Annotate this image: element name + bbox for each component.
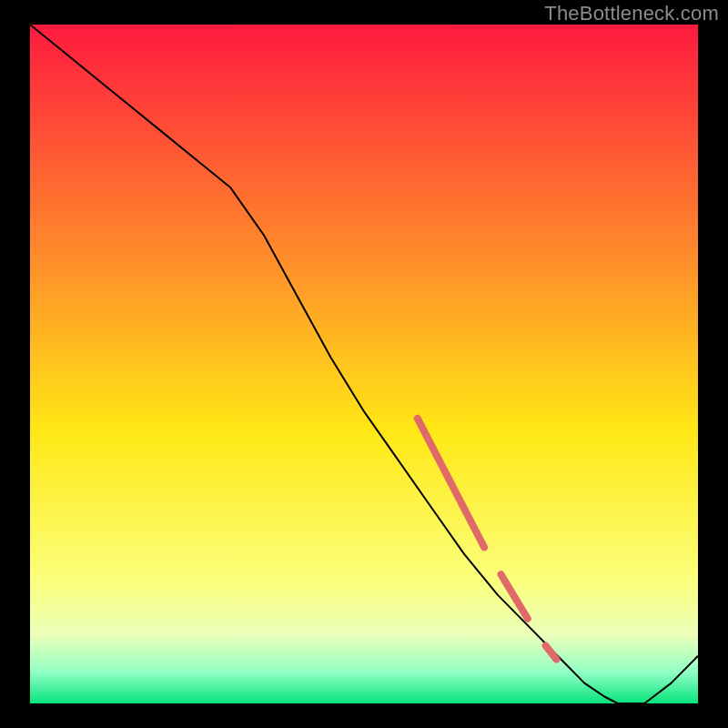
watermark-label: TheBottleneck.com: [544, 2, 719, 25]
chart-root: TheBottleneck.com: [0, 0, 728, 728]
plot-background: [30, 25, 698, 703]
chart-svg: [0, 0, 728, 728]
